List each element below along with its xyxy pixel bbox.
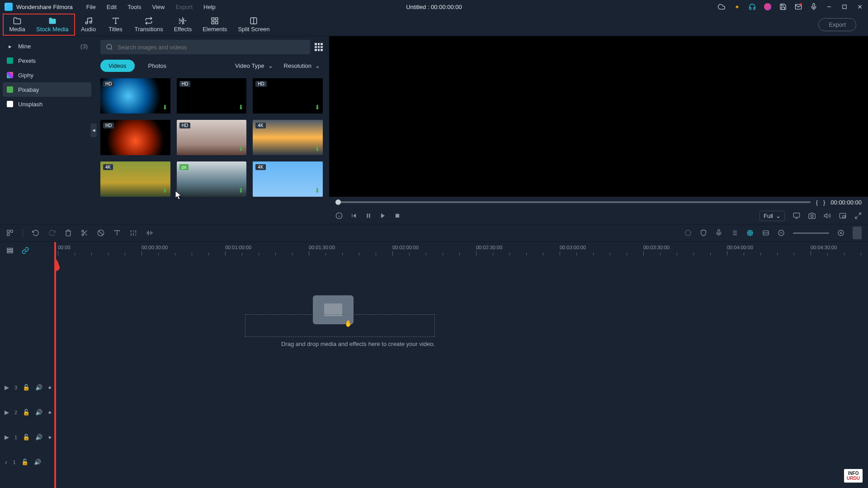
- resolution-dropdown[interactable]: Resolution ⌄: [281, 61, 323, 71]
- scrub-knob[interactable]: [335, 199, 341, 205]
- text-tool-icon[interactable]: [113, 229, 121, 237]
- media-thumbnail[interactable]: 4K⬇: [253, 120, 323, 155]
- audio-tool-icon[interactable]: [146, 229, 153, 237]
- delete-icon[interactable]: [65, 229, 72, 237]
- sidebar-item-unsplash[interactable]: Unsplash: [0, 97, 94, 111]
- lock-icon[interactable]: 🔓: [23, 434, 30, 441]
- media-thumbnail[interactable]: 4K⬇: [100, 161, 170, 197]
- mixer-icon[interactable]: [731, 229, 738, 237]
- marker-icon[interactable]: [700, 229, 707, 237]
- scrub-track[interactable]: [335, 201, 811, 203]
- pip-icon[interactable]: [839, 212, 846, 219]
- redo-icon[interactable]: [48, 229, 56, 237]
- tab-titles[interactable]: Titles: [102, 14, 129, 36]
- preview-viewport[interactable]: [329, 36, 868, 197]
- mark-out-icon[interactable]: }: [823, 199, 825, 206]
- media-thumbnail[interactable]: HD⬇: [253, 78, 323, 114]
- search-box[interactable]: [100, 40, 310, 54]
- lock-icon[interactable]: 🔓: [23, 409, 30, 416]
- tab-effects[interactable]: Effects: [169, 14, 198, 36]
- visibility-icon[interactable]: ●: [48, 434, 52, 441]
- menu-export[interactable]: Export: [175, 4, 193, 10]
- play-icon[interactable]: [380, 213, 386, 219]
- tab-stock-media[interactable]: Stock Media: [31, 14, 74, 35]
- support-icon[interactable]: [749, 3, 756, 10]
- prev-frame-icon[interactable]: [351, 213, 357, 219]
- media-thumbnail[interactable]: px⬇: [177, 161, 247, 197]
- close-icon[interactable]: [856, 3, 863, 10]
- media-thumbnail[interactable]: HD⬇: [100, 78, 170, 114]
- tab-elements[interactable]: Elements: [197, 14, 232, 36]
- fullscreen-icon[interactable]: [854, 212, 862, 219]
- export-button[interactable]: Export: [818, 18, 856, 31]
- save-icon[interactable]: [779, 3, 787, 10]
- maximize-icon[interactable]: [841, 3, 848, 10]
- mark-in-icon[interactable]: {: [816, 199, 818, 206]
- video-track-3-header[interactable]: ▶3 🔓 🔊 ●: [0, 375, 54, 400]
- link-icon[interactable]: [22, 247, 29, 254]
- stop-icon[interactable]: [394, 213, 401, 219]
- sidebar-item-pexels[interactable]: Pexels: [0, 53, 94, 68]
- lock-icon[interactable]: 🔓: [21, 459, 28, 465]
- render-icon[interactable]: [684, 229, 692, 237]
- menu-edit[interactable]: Edit: [107, 4, 117, 10]
- mute-icon[interactable]: 🔊: [35, 434, 42, 441]
- menu-tools[interactable]: Tools: [127, 4, 141, 10]
- zoom-out-icon[interactable]: [778, 229, 785, 237]
- minimize-icon[interactable]: [826, 3, 833, 10]
- tab-media[interactable]: Media: [4, 14, 31, 35]
- media-thumbnail[interactable]: HD: [100, 120, 170, 155]
- sidebar-item-mine[interactable]: ▸ Mine (3): [0, 39, 94, 53]
- audio-track-1-header[interactable]: ♪1 🔓 🔊: [0, 450, 54, 474]
- download-icon[interactable]: ⬇: [315, 145, 320, 152]
- timeline-track-area[interactable]: 00:0000:00:30:0000:01:00:0000:01:30:0000…: [55, 242, 868, 488]
- sidebar-item-giphy[interactable]: Giphy: [0, 68, 94, 82]
- download-icon[interactable]: ⬇: [238, 145, 244, 152]
- menu-view[interactable]: View: [152, 4, 165, 10]
- display-icon[interactable]: [793, 212, 800, 219]
- undo-icon[interactable]: [32, 229, 39, 237]
- track-manager-icon[interactable]: [6, 247, 14, 254]
- playhead-knob[interactable]: [55, 258, 61, 271]
- mute-icon[interactable]: 🔊: [35, 409, 42, 416]
- record-vo-icon[interactable]: [715, 229, 722, 237]
- video-track-1-header[interactable]: ▶1 🔓 🔊 ●: [0, 425, 54, 450]
- menu-file[interactable]: File: [86, 4, 96, 10]
- media-thumbnail[interactable]: 4K⬇: [253, 161, 323, 197]
- tips-icon[interactable]: ✦: [733, 3, 741, 10]
- download-icon[interactable]: ⬇: [315, 104, 320, 111]
- download-icon[interactable]: ⬇: [238, 187, 244, 194]
- auto-ripple-icon[interactable]: [746, 229, 754, 237]
- download-icon[interactable]: ⬇: [315, 187, 320, 194]
- info-icon[interactable]: [335, 212, 343, 219]
- download-icon[interactable]: ⬇: [238, 104, 244, 111]
- zoom-in-icon[interactable]: [837, 229, 844, 237]
- drop-zone[interactable]: [245, 314, 435, 337]
- snapshot-icon[interactable]: [808, 212, 816, 219]
- split-icon[interactable]: [81, 229, 88, 237]
- tab-audio[interactable]: Audio: [75, 14, 102, 36]
- download-icon[interactable]: ⬇: [162, 187, 168, 194]
- media-thumbnail[interactable]: HD⬇: [177, 120, 247, 155]
- quality-select[interactable]: Full ⌄: [760, 211, 785, 221]
- visibility-icon[interactable]: ●: [48, 409, 52, 416]
- video-type-dropdown[interactable]: Video Type ⌄: [232, 61, 276, 71]
- tab-split-screen[interactable]: Split Screen: [232, 14, 275, 36]
- layout-icon[interactable]: [6, 229, 14, 237]
- account-icon[interactable]: [764, 3, 771, 10]
- message-icon[interactable]: [795, 3, 802, 10]
- filter-videos-pill[interactable]: Videos: [100, 60, 135, 72]
- media-thumbnail[interactable]: HD⬇: [177, 78, 247, 114]
- timeline-ruler[interactable]: 00:0000:00:30:0000:01:00:0000:01:30:0000…: [55, 242, 868, 259]
- tab-transitions[interactable]: Transitions: [129, 14, 169, 36]
- speed-icon[interactable]: [130, 229, 137, 237]
- sidebar-item-pixabay[interactable]: Pixabay: [3, 82, 91, 97]
- menu-help[interactable]: Help: [203, 4, 216, 10]
- video-track-2-header[interactable]: ▶2 🔓 🔊 ●: [0, 400, 54, 425]
- search-input[interactable]: [118, 44, 305, 51]
- play-pause-icon[interactable]: [365, 213, 372, 219]
- lock-icon[interactable]: 🔓: [23, 384, 30, 391]
- zoom-to-fit-icon[interactable]: [762, 229, 769, 237]
- mic-icon[interactable]: [810, 3, 817, 10]
- crop-icon[interactable]: [97, 229, 104, 237]
